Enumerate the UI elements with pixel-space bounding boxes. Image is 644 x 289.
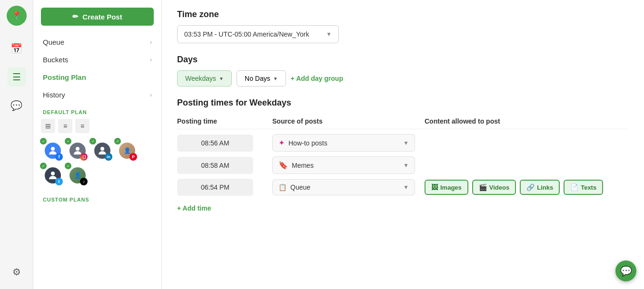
table-row: 06:54 PM 📋 Queue ▼ 🖼 Images — [177, 179, 629, 196]
account-twitter[interactable]: ✓ t — [41, 164, 63, 185]
compact-view-button[interactable]: ≡ — [75, 119, 89, 133]
images-icon: 🖼 — [431, 183, 438, 191]
queue-arrow: › — [150, 39, 152, 46]
source-label-3: Queue — [290, 183, 310, 191]
source-label-2: Memes — [292, 162, 314, 169]
buckets-label: Buckets — [43, 56, 68, 64]
days-section: Days Weekdays ▼ No Days ▼ + Add day grou… — [177, 55, 629, 87]
header-content-allowed: Content allowed to post — [425, 117, 629, 125]
pinterest-badge: P — [129, 153, 137, 161]
source-arrow-icon-1: ▼ — [403, 140, 409, 146]
weekdays-label: Weekdays — [185, 75, 216, 82]
days-buttons: Weekdays ▼ No Days ▼ + Add day group — [177, 70, 629, 87]
texts-tag-button[interactable]: 📄 Texts — [564, 180, 603, 195]
time-cell-1[interactable]: 08:56 AM — [177, 135, 253, 152]
no-days-label: No Days — [245, 75, 270, 82]
grid-view-button[interactable]: ⊞ — [41, 119, 55, 133]
account-facebook-1[interactable]: ✓ f — [41, 139, 63, 161]
default-plan-section: DEFAULT PLAN — [33, 104, 161, 117]
create-post-button[interactable]: ✏ Create Post — [41, 8, 154, 26]
main-content: Time zone 03:53 PM - UTC-05:00 America/N… — [162, 0, 644, 289]
links-icon: 🔗 — [526, 183, 535, 191]
chat-bubble-button[interactable]: 💬 — [615, 260, 636, 281]
history-arrow: › — [150, 92, 152, 98]
links-tag-button[interactable]: 🔗 Links — [520, 180, 560, 195]
timezone-section-title: Time zone — [177, 10, 629, 19]
header-posting-time: Posting time — [177, 117, 272, 125]
custom-plans-section: CUSTOM PLANS — [33, 189, 161, 204]
menu-sidebar: ✏ Create Post Queue › Buckets › Posting … — [33, 0, 162, 289]
settings-icon[interactable]: ⚙ — [7, 262, 26, 281]
check-icon: ✓ — [65, 163, 71, 169]
check-icon: ✓ — [65, 138, 71, 144]
pen-icon: ✏ — [72, 12, 79, 21]
facebook-badge: f — [55, 153, 63, 161]
table-header: Posting time Source of posts Content all… — [177, 114, 629, 129]
sidebar-item-history[interactable]: History › — [33, 86, 161, 104]
instagram-badge: ◻ — [80, 153, 88, 161]
no-days-button[interactable]: No Days ▼ — [237, 70, 286, 87]
table-row: 08:58 AM 🔖 Memes ▼ — [177, 156, 629, 174]
header-source: Source of posts — [272, 117, 425, 125]
account-linkedin[interactable]: ✓ in — [90, 139, 112, 161]
weekdays-button[interactable]: Weekdays ▼ — [177, 70, 232, 87]
table-row: 08:56 AM ✦ How-to posts ▼ — [177, 134, 629, 152]
images-label: Images — [440, 184, 462, 191]
source-arrow-icon-2: ▼ — [403, 162, 409, 169]
source-label-1: How-to posts — [288, 139, 327, 147]
texts-label: Texts — [581, 184, 596, 191]
no-days-arrow-icon: ▼ — [273, 76, 278, 81]
texts-icon: 📄 — [570, 183, 578, 191]
create-post-label: Create Post — [82, 13, 122, 21]
icon-sidebar: 📍 📅 ☰ 💬 ⚙ — [0, 0, 33, 289]
account-pinterest[interactable]: ✓ 👤 P — [115, 139, 137, 161]
timezone-dropdown[interactable]: 03:53 PM - UTC-05:00 America/New_York ▼ — [177, 25, 339, 43]
videos-tag-button[interactable]: 🎬 Videos — [472, 180, 516, 195]
videos-label: Videos — [489, 184, 509, 191]
videos-icon: 🎬 — [479, 183, 487, 191]
twitter-badge: t — [55, 178, 63, 185]
account-instagram[interactable]: ✓ ◻ — [66, 139, 88, 161]
list-icon[interactable]: ☰ — [7, 67, 26, 87]
svg-point-0 — [51, 147, 55, 151]
plan-view-controls: ⊞ ≡ ≡ — [33, 117, 161, 135]
source-arrow-icon-3: ▼ — [403, 184, 409, 191]
message-icon[interactable]: 💬 — [7, 96, 26, 115]
time-cell-3[interactable]: 06:54 PM — [177, 179, 253, 196]
posting-times-title: Posting times for Weekdays — [177, 98, 629, 108]
check-icon: ✓ — [89, 138, 96, 144]
sidebar-item-buckets[interactable]: Buckets › — [33, 51, 161, 68]
source-dropdown-1[interactable]: ✦ How-to posts ▼ — [272, 134, 415, 152]
content-tags: 🖼 Images 🎬 Videos 🔗 Links 📄 Texts — [425, 180, 629, 195]
days-label: Days — [177, 55, 629, 65]
check-icon: ✓ — [40, 138, 47, 144]
buckets-arrow: › — [150, 57, 152, 63]
app-logo[interactable]: 📍 — [7, 6, 27, 26]
account-tiktok[interactable]: ✓ 👤 ♪ — [66, 164, 88, 185]
add-day-group-button[interactable]: + Add day group — [291, 75, 343, 82]
calendar-icon[interactable]: 📅 — [7, 39, 26, 58]
links-label: Links — [537, 184, 553, 191]
queue-icon: 📋 — [278, 183, 287, 191]
time-cell-2[interactable]: 08:58 AM — [177, 157, 253, 174]
posting-plan-label: Posting Plan — [43, 73, 86, 81]
timezone-value: 03:53 PM - UTC-05:00 America/New_York — [184, 30, 309, 38]
source-dropdown-3[interactable]: 📋 Queue ▼ — [272, 179, 415, 195]
history-label: History — [43, 91, 65, 99]
howto-icon: ✦ — [278, 138, 285, 147]
sidebar-item-posting-plan[interactable]: Posting Plan — [33, 68, 161, 86]
tiktok-badge: ♪ — [80, 178, 88, 185]
timezone-arrow-icon: ▼ — [326, 31, 332, 38]
svg-point-1 — [76, 147, 79, 151]
sidebar-item-queue[interactable]: Queue › — [33, 33, 161, 51]
posting-times-section: Posting times for Weekdays Posting time … — [177, 98, 629, 212]
svg-point-2 — [100, 147, 104, 151]
images-tag-button[interactable]: 🖼 Images — [425, 180, 468, 195]
check-icon: ✓ — [40, 163, 47, 169]
list-view-button[interactable]: ≡ — [58, 119, 72, 133]
add-time-button[interactable]: + Add time — [177, 204, 211, 212]
linkedin-badge: in — [105, 153, 112, 161]
queue-label: Queue — [43, 38, 64, 46]
accounts-grid: ✓ f ✓ ◻ ✓ in ✓ 👤 P — [33, 135, 161, 189]
source-dropdown-2[interactable]: 🔖 Memes ▼ — [272, 156, 415, 174]
